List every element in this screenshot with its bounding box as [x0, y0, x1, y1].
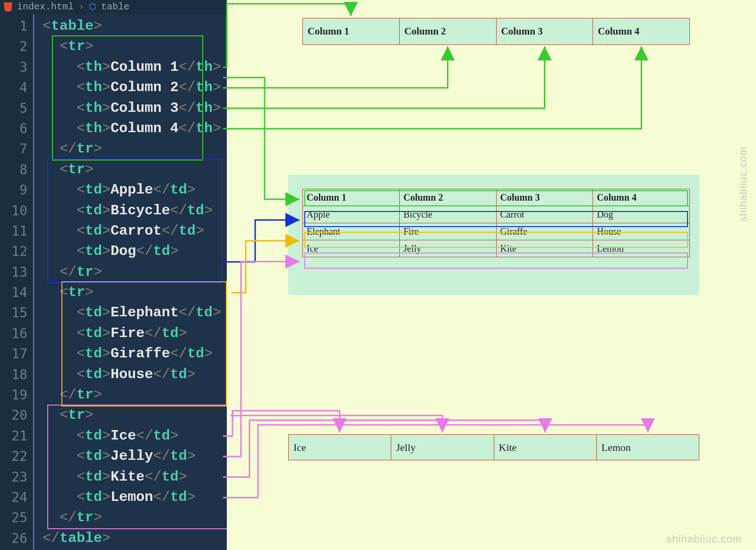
- table-cell: Ice: [289, 435, 391, 460]
- table-cell: Jelly: [391, 435, 494, 460]
- header-cell: Column 4: [593, 189, 690, 206]
- table-cell: Lemon: [593, 240, 690, 257]
- rendered-full-table: Column 1Column 2Column 3Column 4AppleBic…: [302, 189, 690, 257]
- header-cell: Column 1: [303, 18, 400, 45]
- header-cell: Column 2: [399, 18, 496, 45]
- table-cell: Dog: [593, 206, 690, 223]
- chevron-right-icon: ›: [78, 2, 84, 12]
- table-cell: Elephant: [303, 223, 400, 240]
- table-cell: Bicycle: [399, 206, 496, 223]
- breadcrumb: index.html › ⬡ table: [0, 0, 227, 14]
- header-cell: Column 3: [496, 18, 593, 45]
- element-icon: ⬡: [89, 3, 96, 11]
- table-cell: House: [593, 223, 690, 240]
- watermark-vertical: shihabiiuc.com: [737, 146, 749, 222]
- header-cell: Column 1: [303, 189, 400, 206]
- table-cell: Ice: [303, 240, 400, 257]
- line-number-gutter: 1234567891011121314151617181920212223242…: [0, 14, 34, 550]
- table-cell: Apple: [303, 206, 400, 223]
- rendered-header-row: Column 1Column 2Column 3Column 4: [302, 18, 690, 45]
- table-cell: Giraffe: [496, 223, 593, 240]
- table-cell: Lemon: [596, 435, 699, 460]
- code-editor-panel: index.html › ⬡ table 1234567891011121314…: [0, 0, 227, 550]
- breadcrumb-element: table: [101, 2, 129, 12]
- table-cell: Fire: [399, 223, 496, 240]
- table-cell: Carrot: [496, 206, 593, 223]
- table-cell: Jelly: [399, 240, 496, 257]
- header-cell: Column 3: [496, 189, 593, 206]
- html5-icon: [4, 2, 12, 12]
- breadcrumb-file: index.html: [17, 2, 74, 12]
- table-cell: Kite: [494, 435, 596, 460]
- header-cell: Column 4: [593, 18, 690, 45]
- rendered-bottom-row: IceJellyKiteLemon: [288, 434, 699, 460]
- table-cell: Kite: [496, 240, 593, 257]
- code-body: <table> <tr> <th>Column 1</th> <th>Colum…: [34, 14, 227, 549]
- header-cell: Column 2: [399, 189, 496, 206]
- watermark-bottom: shihabiiuc.com: [666, 533, 742, 545]
